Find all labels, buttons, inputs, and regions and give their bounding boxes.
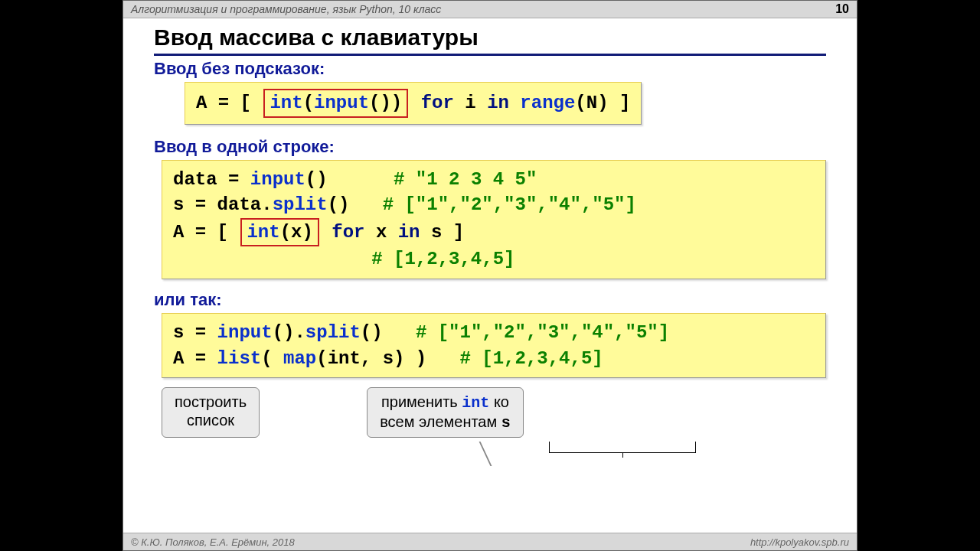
slide-title: Ввод массива с клавиатуры <box>154 24 826 56</box>
section-1-heading: Ввод без подсказок: <box>154 59 826 79</box>
content: Ввод массива с клавиатуры Ввод без подск… <box>123 18 857 438</box>
code-block-2: data = input() # "1 2 3 4 5" s = data.sp… <box>162 160 826 279</box>
header-title: Алгоритмизация и программирование, язык … <box>131 3 441 15</box>
section-2-heading: Ввод в одной строке: <box>154 137 826 157</box>
highlight-box: int(input()) <box>263 89 408 118</box>
page-number: 10 <box>835 2 849 16</box>
callout-row: построить список применить int ко всем э… <box>162 387 826 438</box>
slide: Алгоритмизация и программирование, язык … <box>122 0 858 551</box>
code-block-3: s = input().split() # ["1","2","3","4","… <box>162 313 826 378</box>
highlight-box: int(x) <box>240 218 318 247</box>
footer-url: http://kpolyakov.spb.ru <box>750 536 849 548</box>
callout-connector <box>479 442 492 466</box>
section-3-heading: или так: <box>154 290 826 310</box>
footer-bar: © К.Ю. Поляков, Е.А. Ерёмин, 2018 http:/… <box>123 533 857 550</box>
footer-copyright: © К.Ю. Поляков, Е.А. Ерёмин, 2018 <box>131 536 295 548</box>
callout-build-list: построить список <box>162 387 260 438</box>
callout-apply-int: применить int ко всем элементам s <box>367 387 524 438</box>
code-block-1: A = [ int(input()) for i in range(N) ] <box>185 82 642 125</box>
header-bar: Алгоритмизация и программирование, язык … <box>123 1 857 18</box>
curly-brace-icon <box>549 442 696 453</box>
